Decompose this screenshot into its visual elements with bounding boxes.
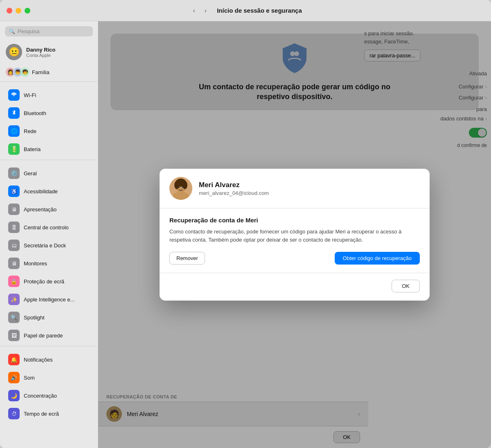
svg-point-6 [174,181,179,189]
sidebar-item-battery[interactable]: 🔋 Bateria [2,140,95,158]
sidebar-item-label-ai: Apple Intelligence e... [24,296,74,303]
sidebar-item-label-sound: Som [24,375,35,381]
screenprot-icon: 🔒 [8,276,20,287]
accessibility-icon: ♿ [8,186,20,197]
user-profile[interactable]: 😐 Danny Rico Conta Apple [0,40,98,64]
title-bar-center: ‹ › Início de sessão e segurança [189,6,302,16]
sidebar-item-label-wifi: Wi-Fi [24,92,36,98]
main-panel: Um contacto de recuperação pode gerar um… [98,21,491,448]
ok-button[interactable]: OK [392,280,420,292]
family-avatars: 👩 👦 🧒 [6,68,28,77]
user-subtitle: Conta Apple [26,53,56,58]
bluetooth-icon [8,107,20,119]
control-icon: 🎛 [8,222,20,233]
spotlight-icon: 🔍 [8,312,20,323]
ai-icon: ✨ [8,294,20,305]
get-code-button[interactable]: Obter código de recuperação [335,252,420,265]
sidebar-item-wallpaper[interactable]: 🖼 Papel de parede [2,327,95,344]
contact-avatar [169,177,192,200]
contact-email: meri_alvarez_04@icloud.com [199,190,269,196]
sidebar-item-desk[interactable]: 🗂 Secretária e Dock [2,237,95,254]
traffic-lights [7,8,30,14]
sheet-description: Como contacto de recuperação, pode forne… [169,228,420,244]
user-info: Danny Rico Conta Apple [26,47,56,58]
user-name: Danny Rico [26,47,56,53]
search-bar[interactable]: 🔍 Pesquisa [5,26,93,36]
svg-point-9 [182,186,184,188]
sidebar-item-label-monitors: Monitores [24,260,47,267]
sidebar-divider-1 [0,81,98,82]
sidebar-item-screentime[interactable]: ⏱ Tempo de ecrã [2,405,95,422]
remove-button[interactable]: Remover [169,252,205,265]
sidebar-item-presentation[interactable]: 🖥 Apresentação [2,201,95,218]
family-avatar-3: 🧒 [20,68,29,77]
sidebar-item-wifi[interactable]: Wi-Fi [2,86,95,104]
sidebar-item-label-screenprot: Proteção de ecrã [24,278,64,285]
sound-icon: 🔊 [8,372,20,383]
sidebar-item-control[interactable]: 🎛 Central de controlo [2,219,95,236]
sheet-dialog: Meri Alvarez meri_alvarez_04@icloud.com … [160,169,430,301]
sidebar-item-label-desk: Secretária e Dock [24,242,66,249]
sidebar-item-family[interactable]: 👩 👦 🧒 Família [0,64,98,80]
svg-point-8 [178,186,180,188]
sidebar-item-network[interactable]: 🌐 Rede [2,122,95,140]
contact-info: Meri Alvarez meri_alvarez_04@icloud.com [199,181,269,196]
window-title: Início de sessão e segurança [217,7,302,14]
close-button[interactable] [7,8,12,14]
contact-name: Meri Alvarez [199,181,269,189]
avatar: 😐 [6,44,22,60]
sidebar-item-label-presentation: Apresentação [24,206,56,213]
sidebar-item-label-general: Geral [24,170,37,176]
general-icon: ⚙️ [8,167,20,179]
sheet-header: Meri Alvarez meri_alvarez_04@icloud.com [160,169,430,208]
sheet-actions: Remover Obter código de recuperação [160,252,430,273]
sidebar-item-monitors[interactable]: 🖥 Monitores [2,255,95,272]
sidebar-item-label-bluetooth: Bluetooth [24,110,46,116]
back-button[interactable]: ‹ [189,6,199,16]
sidebar-item-label-control: Central de controlo [24,224,69,231]
sidebar-item-focus[interactable]: 🌙 Concentração [2,387,95,404]
sheet-body: Recuperação de conta de Meri Como contac… [160,208,430,244]
sidebar-item-notif[interactable]: 🔔 Notificações [2,351,95,368]
sidebar: 🔍 Pesquisa 😐 Danny Rico Conta Apple 👩 👦 [0,21,98,448]
sidebar-item-label-network: Rede [24,128,36,134]
presentation-icon: 🖥 [8,204,20,215]
family-label: Família [32,69,50,75]
sheet-section-title: Recuperação de conta de Meri [169,217,420,224]
minimize-button[interactable] [16,8,21,14]
network-icon: 🌐 [8,125,20,137]
wifi-icon [8,89,20,101]
wallpaper-icon: 🖼 [8,330,20,341]
sidebar-item-screenprot[interactable]: 🔒 Proteção de ecrã [2,273,95,290]
sidebar-item-accessibility[interactable]: ♿ Acessibilidade [2,183,95,200]
sidebar-item-label-focus: Concentração [24,393,57,399]
monitors-icon: 🖥 [8,258,20,269]
sheet-ok-row: OK [160,280,430,301]
notif-icon: 🔔 [8,354,20,365]
forward-button[interactable]: › [200,6,210,16]
sheet-divider [160,273,430,273]
search-icon: 🔍 [9,29,15,34]
title-bar: ‹ › Início de sessão e segurança [0,0,491,21]
content-area: 🔍 Pesquisa 😐 Danny Rico Conta Apple 👩 👦 [0,21,491,448]
screentime-icon: ⏱ [8,408,20,419]
focus-icon: 🌙 [8,390,20,401]
battery-icon: 🔋 [8,143,20,155]
sidebar-item-label-notif: Notificações [24,357,53,363]
sidebar-item-sound[interactable]: 🔊 Som [2,369,95,386]
sidebar-divider-2 [0,160,98,160]
sidebar-item-general[interactable]: ⚙️ Geral [2,165,95,182]
search-placeholder: Pesquisa [18,28,39,34]
main-window: ‹ › Início de sessão e segurança 🔍 Pesqu… [0,0,491,448]
sidebar-item-label-battery: Bateria [24,146,41,152]
sidebar-item-ai[interactable]: ✨ Apple Intelligence e... [2,291,95,308]
maximize-button[interactable] [25,8,30,14]
nav-arrows: ‹ › [189,6,210,16]
desk-icon: 🗂 [8,240,20,251]
sidebar-item-bluetooth[interactable]: Bluetooth [2,104,95,122]
sidebar-divider-3 [0,346,98,346]
sidebar-item-label-accessibility: Acessibilidade [24,188,58,195]
sidebar-item-label-screentime: Tempo de ecrã [24,411,59,417]
sidebar-item-label-wallpaper: Papel de parede [24,333,63,339]
sidebar-item-spotlight[interactable]: 🔍 Spotlight [2,309,95,326]
